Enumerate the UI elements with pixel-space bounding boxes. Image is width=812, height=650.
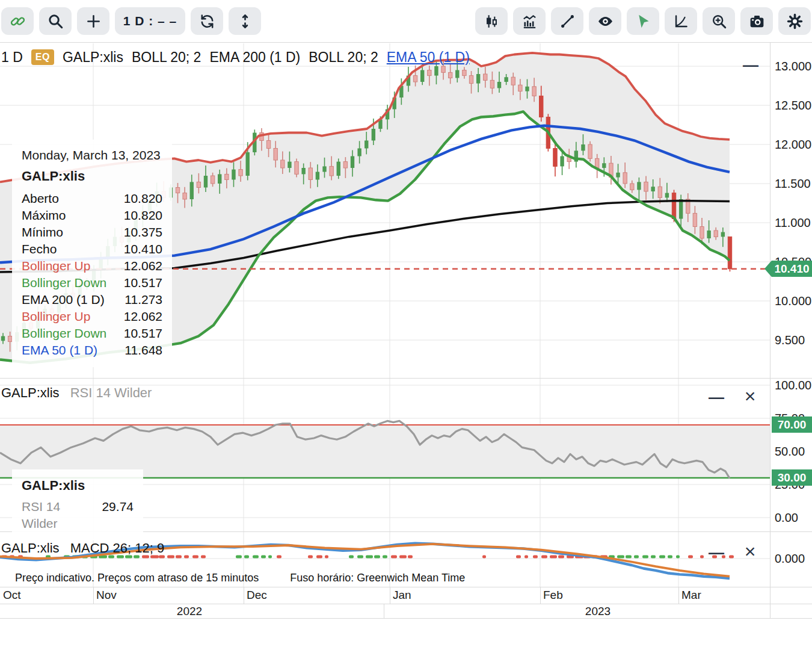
month-divider [678,587,679,604]
toolbar-add-button[interactable] [77,7,109,35]
legend-indicators: BOLL 20; 2EMA 200 (1 D)BOLL 20; 2EMA 50 … [132,49,470,66]
legend-indicator-0[interactable]: BOLL 20; 2 [132,49,201,66]
month-label-oct: Oct [3,589,21,602]
month-divider [540,587,541,604]
toolbar-candlestick-style-button[interactable] [475,7,508,35]
rsi-panel-divider [0,378,812,379]
tooltip-row: EMA 200 (1 D)11.273 [22,291,162,308]
toolbar-zoom-in-button[interactable] [703,7,735,35]
rsi-tooltip-value: 29.74 [102,498,134,532]
rsi-overbought-badge: 70.00 [772,416,812,433]
price-axis-divider [770,43,770,618]
toolbar-cursor-button[interactable] [627,7,659,35]
year-divider [384,604,384,618]
toolbar: 1 D : – – [0,0,812,42]
rsi-axis-label: 50.00 [775,444,812,459]
tooltip-row: Fecho10.410 [22,241,162,258]
toolbar-timeframe-button[interactable]: 1 D : – – [115,7,185,35]
tooltip-row: EMA 50 (1 D)11.648 [22,342,162,359]
rsi-close-button[interactable]: × [741,388,759,404]
toolbar-expand-vertical-button[interactable] [229,7,261,35]
toolbar-trend-line-button[interactable] [551,7,583,35]
tooltip-symbol: GALP:xlis [22,169,162,184]
price-axis-label: 10.000 [775,294,812,308]
indicators-icon [521,13,538,30]
cursor-icon [635,13,652,30]
macd-zero-label: 0.000 [775,551,812,566]
year-label-2022: 2022 [162,605,217,618]
tooltip-row: Bollinger Down10.517 [22,274,162,291]
xaxis-mid-divider [0,604,812,604]
legend-indicator-2[interactable]: BOLL 20; 2 [309,49,378,66]
tooltip-row: Mínimo10.375 [22,224,162,241]
last-price-badge: 10.410 [764,261,812,277]
month-divider [390,587,390,604]
zoom-in-icon [710,13,728,30]
toolbar-indicators-button[interactable] [513,7,546,35]
legend-symbol[interactable]: GALP:xlis [63,49,123,66]
legend-indicator-1[interactable]: EMA 200 (1 D) [209,49,300,66]
toolbar-snapshot-button[interactable] [740,7,773,35]
price-axis-label: 12.000 [775,137,812,152]
link-icon [9,13,26,30]
price-axis-label: 11.000 [775,215,812,230]
month-label-nov: Nov [96,589,117,602]
footer-disclaimer: Preço indicativo. Preços com atraso de 1… [15,572,465,584]
toolbar-left-group: 1 D : – – [1,7,261,35]
footer-price-note: Preço indicativo. Preços com atraso de 1… [15,572,259,584]
month-divider [244,587,244,604]
settings-icon [786,13,804,30]
month-label-jan: Jan [393,589,411,602]
eq-badge: EQ [31,49,54,65]
toolbar-refresh-button[interactable] [191,7,223,35]
rsi-axis-label: 100.00 [775,378,812,392]
month-label-dec: Dec [247,589,267,602]
rsi-panel-header: GALP:xlis RSI 14 Wilder [1,385,152,401]
price-axis-label: 9.500 [775,333,812,347]
expand-vertical-icon [236,13,254,30]
toolbar-link-button[interactable] [1,7,34,35]
toolbar-axis-scale-button[interactable] [665,7,697,35]
rsi-header-indicator[interactable]: RSI 14 Wilder [70,385,152,400]
visibility-icon [597,13,614,30]
rsi-tooltip-label: RSI 14 Wilder [22,498,96,532]
tooltip-row: Bollinger Up12.062 [22,258,162,274]
rsi-header-symbol[interactable]: GALP:xlis [1,385,60,400]
search-icon [47,13,64,30]
refresh-icon [198,13,216,30]
price-axis-label: 12.500 [775,98,812,113]
legend-timeframe: 1 D [1,49,23,66]
macd-panel-header: GALP:xlis MACD 26; 12; 9 [1,540,164,556]
main-chart-minimize-button[interactable]: — [742,56,760,75]
macd-close-button[interactable]: × [741,543,759,559]
xaxis-bottom-divider [0,618,812,619]
macd-header-symbol[interactable]: GALP:xlis [1,540,60,556]
snapshot-icon [748,13,766,30]
trend-line-icon [559,13,576,30]
toolbar-search-button[interactable] [39,7,72,35]
trading-chart-app: { "toolbar": { "timeframe_label": "1 D :… [0,0,812,650]
month-label-mar: Mar [681,589,701,602]
chart-legend: 1 D EQ GALP:xlis BOLL 20; 2EMA 200 (1 D)… [1,49,470,65]
axis-scale-icon [672,13,690,30]
price-tooltip: Monday, March 13, 2023 GALP:xlis Aberto1… [12,140,172,367]
footer-timezone: Fuso horário: Greenwich Mean Time [290,572,465,584]
month-divider [93,587,94,604]
tooltip-row: Máximo10.820 [22,207,162,224]
toolbar-right-group [475,7,811,35]
tooltip-row: Bollinger Up12.062 [22,308,162,325]
toolbar-visibility-button[interactable] [589,7,621,35]
month-label-feb: Feb [543,589,563,602]
tooltip-rows: Aberto10.820Máximo10.820Mínimo10.375Fech… [22,190,162,359]
macd-header-indicator[interactable]: MACD 26; 12; 9 [70,540,165,556]
rsi-oversold-badge: 30.00 [772,469,812,486]
legend-indicator-3[interactable]: EMA 50 (1 D) [387,49,470,66]
macd-minimize-button[interactable]: — [707,543,725,562]
rsi-tooltip: GALP:xlis RSI 14 Wilder 29.74 [12,469,143,540]
toolbar-settings-button[interactable] [778,7,811,35]
rsi-axis-label: 0.00 [775,510,812,525]
year-label-2023: 2023 [571,605,625,618]
tooltip-row: Bollinger Down10.517 [22,325,162,342]
xaxis-top-divider [0,587,812,587]
rsi-minimize-button[interactable]: — [707,388,725,407]
